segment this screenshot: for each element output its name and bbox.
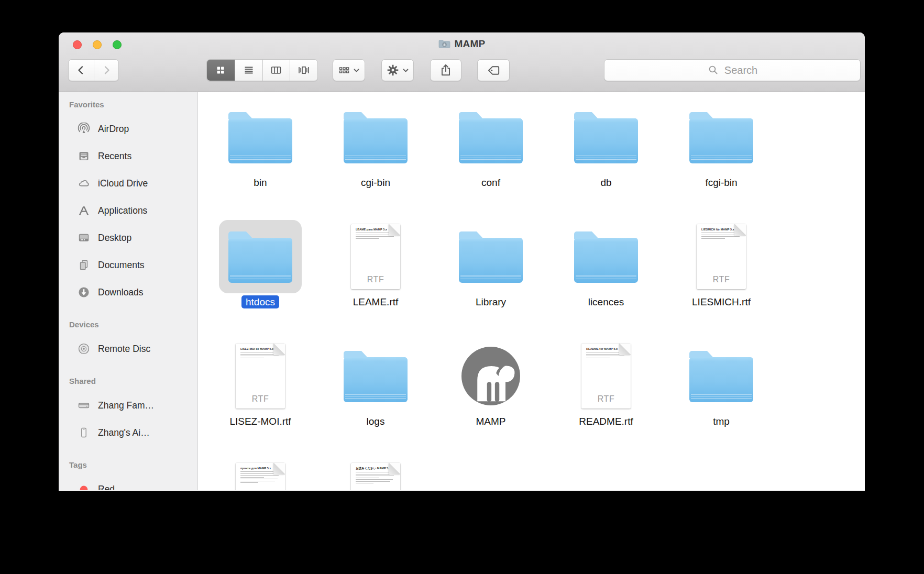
file-label: tmp bbox=[709, 415, 734, 428]
file-item-readme-rtf[interactable]: README for MAMP 5.xRTF README.rtf bbox=[548, 334, 664, 454]
file-item-liesmich-rtf[interactable]: LIESMICH für MAMP 5.xRTF LIESMICH.rtf bbox=[664, 215, 779, 334]
folder-icon bbox=[228, 118, 292, 163]
rtf-document-icon: README for MAMP 5.xRTF bbox=[581, 344, 631, 409]
file-label: conf bbox=[477, 176, 504, 189]
file-item-cgi-bin[interactable]: cgi-bin bbox=[318, 95, 433, 215]
titlebar[interactable]: MAMP bbox=[59, 32, 865, 56]
file-item-licences[interactable]: licences bbox=[548, 215, 664, 334]
mobile-device-icon bbox=[78, 426, 90, 439]
rtf-document-icon: LISEZ-MOI de MAMP 5.xRTF bbox=[236, 344, 285, 409]
toolbar: Search bbox=[59, 56, 865, 92]
sidebar-item-recents[interactable]: Recents bbox=[59, 142, 197, 170]
doc-preview-heading: прочти для MAMP 5.x bbox=[240, 467, 280, 470]
sidebar-item-icloud-drive[interactable]: iCloud Drive bbox=[59, 170, 197, 197]
folder-icon bbox=[459, 238, 523, 283]
chevron-right-icon bbox=[101, 64, 112, 76]
remote-disc-icon bbox=[78, 343, 90, 355]
icon-view-button[interactable] bbox=[207, 60, 235, 81]
group-items-button[interactable] bbox=[333, 59, 365, 81]
downloads-icon bbox=[78, 286, 90, 299]
file-label: MAMP bbox=[472, 415, 510, 428]
folder-icon bbox=[228, 238, 292, 283]
tag-icon bbox=[487, 63, 501, 78]
file-label: licences bbox=[584, 295, 629, 308]
list-view-button[interactable] bbox=[235, 60, 262, 81]
folder-icon bbox=[459, 118, 523, 163]
forward-button[interactable] bbox=[94, 60, 119, 81]
folder-icon bbox=[689, 118, 753, 163]
sidebar-item-zhang-s-ai[interactable]: Zhang's Ai… bbox=[59, 419, 197, 446]
group-items-icon bbox=[338, 64, 350, 76]
sidebar-item-desktop[interactable]: Desktop bbox=[59, 224, 197, 251]
chevron-down-icon bbox=[402, 67, 409, 74]
column-view-icon bbox=[270, 64, 282, 76]
list-view-icon bbox=[243, 64, 255, 76]
file-label: README.rtf bbox=[575, 415, 637, 428]
folder-proxy-icon[interactable] bbox=[438, 39, 450, 49]
file-item-library[interactable]: Library bbox=[433, 215, 548, 334]
navigation-buttons bbox=[68, 59, 119, 81]
sidebar-item-downloads[interactable]: Downloads bbox=[59, 279, 197, 306]
rtf-badge: RTF bbox=[581, 394, 631, 404]
file-item-leame-rtf[interactable]: LEAME para MAMP 5.xRTF LEAME.rtf bbox=[318, 215, 433, 334]
mac-mini-icon bbox=[78, 399, 90, 412]
finder-window: MAMP bbox=[59, 32, 865, 491]
file-grid: bin cgi-bin conf db fcgi-bin htdocs LEAM… bbox=[198, 92, 865, 490]
file-item-fcgi-bin[interactable]: fcgi-bin bbox=[664, 95, 779, 215]
doc-preview-heading: LEAME para MAMP 5.x bbox=[356, 228, 395, 231]
desktop-icon bbox=[78, 231, 90, 244]
file-label: LISEZ-MOI.rtf bbox=[225, 415, 295, 428]
back-button[interactable] bbox=[69, 60, 94, 81]
view-switcher bbox=[206, 59, 318, 81]
file-item-htdocs[interactable]: htdocs bbox=[203, 215, 318, 334]
sidebar-item-red[interactable]: Red bbox=[59, 476, 197, 490]
file-label: cgi-bin bbox=[357, 176, 394, 189]
action-menu-button[interactable] bbox=[381, 59, 414, 81]
coverflow-view-button[interactable] bbox=[290, 60, 317, 81]
rtf-badge: RTF bbox=[351, 275, 400, 284]
rtf-document-icon: LIESMICH für MAMP 5.xRTF bbox=[697, 224, 746, 289]
sidebar-section-tags: Tags bbox=[59, 459, 197, 471]
file-item-document-15[interactable]: прочти для MAMP 5.x bbox=[203, 454, 318, 490]
sidebar-item-remote-disc[interactable]: Remote Disc bbox=[59, 335, 197, 362]
file-label: htdocs bbox=[241, 295, 279, 308]
file-item-bin[interactable]: bin bbox=[203, 95, 318, 215]
sidebar: Favorites AirDrop Recents iCloud Drive A… bbox=[59, 92, 198, 490]
airdrop-icon bbox=[78, 123, 90, 135]
file-item-conf[interactable]: conf bbox=[433, 95, 548, 215]
chevron-left-icon bbox=[75, 64, 87, 76]
file-label: db bbox=[596, 176, 615, 189]
doc-preview-heading: お読みください MAMP 5.x bbox=[356, 467, 395, 470]
file-label: bin bbox=[249, 176, 271, 189]
search-placeholder: Search bbox=[724, 64, 757, 76]
file-item-db[interactable]: db bbox=[548, 95, 664, 215]
file-item-mamp[interactable]: MAMP bbox=[433, 334, 548, 454]
icloud-icon bbox=[78, 177, 90, 190]
file-label: LIESMICH.rtf bbox=[688, 295, 755, 308]
edit-tags-button[interactable] bbox=[477, 59, 510, 81]
gear-icon bbox=[386, 63, 400, 77]
search-input[interactable]: Search bbox=[604, 59, 861, 81]
file-label: fcgi-bin bbox=[701, 176, 741, 189]
documents-icon bbox=[78, 259, 90, 271]
doc-preview-heading: LISEZ-MOI de MAMP 5.x bbox=[240, 347, 280, 350]
mamp-app-icon bbox=[461, 347, 520, 405]
column-view-button[interactable] bbox=[262, 60, 290, 81]
file-item-logs[interactable]: logs bbox=[318, 334, 433, 454]
file-item-lisez-moi-rtf[interactable]: LISEZ-MOI de MAMP 5.xRTF LISEZ-MOI.rtf bbox=[203, 334, 318, 454]
doc-preview-heading: LIESMICH für MAMP 5.x bbox=[701, 228, 741, 231]
sidebar-item-airdrop[interactable]: AirDrop bbox=[59, 115, 197, 142]
file-item-document-16[interactable]: お読みください MAMP 5.x bbox=[318, 454, 433, 490]
share-button[interactable] bbox=[430, 59, 461, 81]
sidebar-item-documents[interactable]: Documents bbox=[59, 251, 197, 279]
sidebar-section-devices: Devices bbox=[59, 318, 197, 331]
sidebar-item-applications[interactable]: Applications bbox=[59, 197, 197, 224]
folder-icon bbox=[574, 238, 638, 283]
sidebar-section-favorites: Favorites bbox=[59, 98, 197, 111]
window-chrome: MAMP bbox=[59, 32, 865, 92]
file-label: LEAME.rtf bbox=[349, 295, 403, 308]
screen-background: MAMP bbox=[0, 0, 924, 574]
file-label: logs bbox=[362, 415, 389, 428]
sidebar-item-zhang-fam[interactable]: Zhang Fam… bbox=[59, 392, 197, 419]
file-item-tmp[interactable]: tmp bbox=[664, 334, 779, 454]
